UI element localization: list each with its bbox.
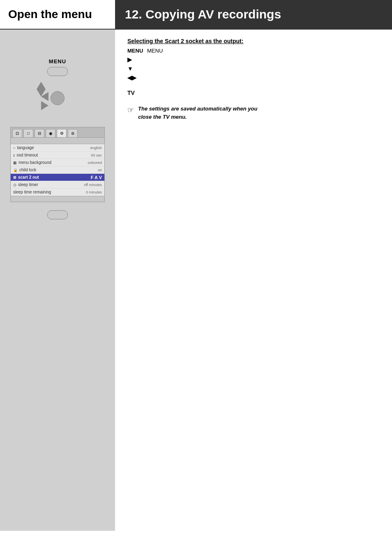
osd-row-osd-timeout[interactable]: z osd timeout 60 sec bbox=[11, 152, 104, 159]
left-panel: MENU ⊡ □ ⊟ ◉ ⚙ ⊚ bbox=[0, 30, 115, 531]
chapter-title: 12. Copying AV recordings bbox=[125, 7, 281, 21]
osd-row-sleep-timer-left: ◷ sleep timer bbox=[13, 182, 38, 187]
dpad-center bbox=[51, 91, 65, 105]
osd-tab-3[interactable]: ⊟ bbox=[35, 129, 44, 137]
child-lock-value: on bbox=[98, 168, 102, 172]
osd-tab-4[interactable]: ◉ bbox=[46, 129, 55, 137]
scart2-value: F A V bbox=[91, 175, 102, 180]
osd-timeout-label: osd timeout bbox=[17, 153, 38, 157]
osd-row-sleep-remaining-left: sleep time remaining bbox=[13, 190, 51, 194]
osd-title-bar bbox=[11, 138, 104, 144]
osd-row-sleep-remaining[interactable]: sleep time remaining 0 minutes bbox=[11, 189, 104, 196]
osd-row-menu-bg-left: ▦ menu background bbox=[13, 160, 51, 165]
osd-tab-6[interactable]: ⊚ bbox=[68, 129, 78, 137]
osd-row-sleep-timer[interactable]: ◷ sleep timer off minutes bbox=[11, 181, 104, 189]
osd-row-child-lock-left: 🔒 child lock bbox=[13, 168, 36, 172]
menu-button[interactable] bbox=[47, 67, 68, 76]
child-lock-icon: 🔒 bbox=[13, 168, 18, 172]
arrow-right-symbol: ▶ bbox=[127, 56, 132, 63]
instructions-block: MENU MENU ▶ ▼ ◀▶ bbox=[127, 48, 380, 81]
child-lock-label: child lock bbox=[19, 168, 36, 172]
instruction-menu-key: MENU bbox=[127, 48, 144, 54]
remote-area: MENU bbox=[41, 58, 74, 115]
osd-menu: ⊡ □ ⊟ ◉ ⚙ ⊚ ○ language english z bbox=[10, 127, 105, 202]
menu-bg-label: menu background bbox=[18, 160, 51, 165]
dpad bbox=[41, 82, 74, 115]
arrows-lr-symbol: ◀▶ bbox=[127, 74, 136, 81]
tv-label-container: TV bbox=[127, 89, 380, 97]
dpad-up-button[interactable] bbox=[37, 82, 46, 89]
osd-tab-2[interactable]: □ bbox=[23, 129, 33, 137]
language-label: language bbox=[17, 145, 34, 150]
instruction-arrows-lr: ◀▶ bbox=[127, 74, 380, 81]
sleep-remaining-label: sleep time remaining bbox=[13, 190, 51, 194]
section-heading: Selecting the Scart 2 socket as the outp… bbox=[127, 38, 380, 44]
instruction-arrow-right: ▶ bbox=[127, 56, 380, 63]
menu-button-label: MENU bbox=[49, 58, 66, 64]
osd-tab-5[interactable]: ⚙ bbox=[57, 129, 67, 137]
note-block: ☞ The settings are saved automatically w… bbox=[127, 105, 380, 121]
osd-tab-1[interactable]: ⊡ bbox=[12, 129, 22, 137]
osd-row-language[interactable]: ○ language english bbox=[11, 144, 104, 152]
scart2-label: scart 2 out bbox=[18, 175, 39, 180]
osd-row-osd-timeout-left: z osd timeout bbox=[13, 153, 38, 157]
instruction-menu: MENU MENU bbox=[127, 48, 380, 54]
osd-row-menu-background[interactable]: ▦ menu background coloured bbox=[11, 159, 104, 166]
menu-bg-value: coloured bbox=[88, 161, 102, 165]
header-right: 12. Copying AV recordings bbox=[115, 0, 392, 29]
language-icon: ○ bbox=[13, 146, 15, 150]
open-menu-title: Open the menu bbox=[8, 8, 92, 21]
dpad-left-button[interactable] bbox=[41, 92, 48, 101]
right-panel: Selecting the Scart 2 socket as the outp… bbox=[115, 30, 392, 531]
osd-tabs: ⊡ □ ⊟ ◉ ⚙ ⊚ bbox=[11, 127, 104, 138]
osd-row-language-left: ○ language bbox=[13, 145, 34, 150]
menu-bg-icon: ▦ bbox=[13, 161, 17, 165]
page-header: Open the menu 12. Copying AV recordings bbox=[0, 0, 392, 30]
main-container: MENU ⊡ □ ⊟ ◉ ⚙ ⊚ bbox=[0, 30, 392, 531]
instruction-arrow-down: ▼ bbox=[127, 65, 380, 72]
arrow-down-symbol: ▼ bbox=[127, 65, 133, 72]
osd-row-scart2-out[interactable]: ⊞ scart 2 out F A V bbox=[11, 174, 104, 181]
osd-bottom-bar bbox=[11, 196, 104, 202]
osd-timeout-icon: z bbox=[13, 153, 15, 157]
note-icon: ☞ bbox=[127, 106, 134, 115]
tv-label: TV bbox=[127, 90, 135, 96]
osd-timeout-value: 60 sec bbox=[91, 153, 102, 157]
sleep-timer-icon: ◷ bbox=[13, 183, 16, 187]
note-text: The settings are saved automatically whe… bbox=[138, 105, 270, 121]
scart2-icon: ⊞ bbox=[13, 175, 16, 180]
dpad-right-button[interactable] bbox=[41, 101, 48, 110]
osd-row-child-lock[interactable]: 🔒 child lock on bbox=[11, 166, 104, 174]
sleep-remaining-value: 0 minutes bbox=[86, 190, 102, 194]
language-value: english bbox=[90, 146, 102, 150]
header-left: Open the menu bbox=[0, 0, 115, 29]
osd-row-scart2-left: ⊞ scart 2 out bbox=[13, 175, 39, 180]
ok-btn-area bbox=[47, 210, 68, 219]
sleep-timer-label: sleep timer bbox=[18, 182, 38, 187]
ok-button[interactable] bbox=[47, 210, 68, 219]
sleep-timer-value: off minutes bbox=[84, 183, 102, 187]
instruction-menu-text: MENU bbox=[147, 48, 163, 54]
